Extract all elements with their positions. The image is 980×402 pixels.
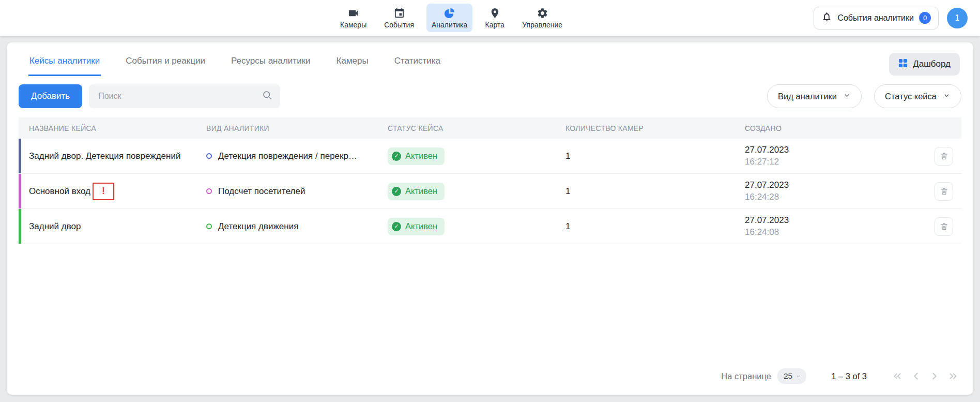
created-time: 16:24:28 [745,191,924,203]
chevron-down-icon [843,92,851,101]
events-button-label: События аналитики [837,13,914,23]
filter-label: Статус кейса [885,92,937,101]
status-badge: ✓ Активен [388,183,445,200]
search-icon [262,90,273,103]
status-label: Активен [405,221,437,231]
table-row[interactable]: Задний двор. Детекция повреждений Детекц… [19,139,961,174]
first-page-button[interactable] [890,368,905,384]
add-button[interactable]: Добавить [19,84,82,108]
analytics-type-filter[interactable]: Вид аналитики [767,84,862,108]
topbar: Камеры События Аналитика Карта Управлени… [0,0,980,36]
case-status-filter[interactable]: Статус кейса [874,84,961,108]
tab-analytics-cases[interactable]: Кейсы аналитики [28,53,101,76]
chevron-left-icon [910,370,922,382]
analytics-type-label: Детекция движения [218,221,298,232]
table-header: НАЗВАНИЕ КЕЙСА ВИД АНАЛИТИКИ СТАТУС КЕЙС… [19,117,961,139]
nav-label: Управление [522,21,562,29]
delete-button[interactable] [935,182,953,201]
nav-item-map[interactable]: Карта [480,4,510,32]
status-badge: ✓ Активен [388,218,445,235]
nav-item-management[interactable]: Управление [517,4,568,32]
status-badge: ✓ Активен [388,147,445,165]
check-icon: ✓ [392,152,401,161]
tabs: Кейсы аналитики События и реакции Ресурс… [28,53,465,76]
column-header-created: СОЗДАНО [745,124,924,132]
created-date: 27.07.2023 [745,180,924,191]
search-input[interactable] [97,91,262,101]
nav-label: События [384,21,414,29]
column-header-name: НАЗВАНИЕ КЕЙСА [29,124,206,132]
toolbar: Добавить Вид аналитики Статус кейса [7,76,973,117]
per-page-value: 25 [784,371,792,381]
tab-cameras[interactable]: Камеры [335,53,370,76]
delete-button[interactable] [935,217,953,236]
page-background: Кейсы аналитики События и реакции Ресурс… [0,36,980,402]
events-count-badge: 0 [919,12,931,24]
search-box[interactable] [89,84,280,108]
check-icon: ✓ [392,222,401,231]
pagination-buttons [890,368,961,384]
status-label: Активен [405,186,437,196]
created-time: 16:24:08 [745,227,924,239]
nav-item-events[interactable]: События [379,4,419,32]
nav-label: Камеры [340,21,366,29]
analytics-type-icon [206,224,212,229]
tab-events-reactions[interactable]: События и реакции [125,53,206,76]
status-label: Активен [405,151,437,161]
bell-icon [821,11,832,24]
case-name: Задний двор. Детекция повреждений [29,151,180,161]
case-color-bar [19,139,21,173]
calendar-icon [393,7,405,19]
dashboard-button-label: Дашборд [913,59,951,69]
trash-icon [940,187,948,196]
created-time: 16:27:12 [745,156,924,168]
created-date: 27.07.2023 [745,215,924,227]
check-icon: ✓ [392,187,401,196]
column-header-camera-count: КОЛИЧЕСТВО КАМЕР [565,124,745,132]
camera-count: 1 [565,186,570,196]
tab-statistics[interactable]: Статистика [393,53,441,76]
double-chevron-left-icon [892,370,903,382]
double-chevron-right-icon [947,370,959,382]
case-color-bar [19,209,21,244]
nav-item-cameras[interactable]: Камеры [335,4,372,32]
analytics-type-icon [206,153,212,159]
nav-item-analytics[interactable]: Аналитика [426,4,472,32]
gear-icon [536,7,548,19]
prev-page-button[interactable] [908,368,924,384]
analytics-type-label: Детекция повреждения / перекр… [218,151,357,161]
per-page-label: На странице [721,371,771,381]
main-nav: Камеры События Аналитика Карта Управлени… [335,0,568,36]
dashboard-button[interactable]: Дашборд [889,53,960,76]
chevron-down-icon [943,92,951,101]
cases-table: НАЗВАНИЕ КЕЙСА ВИД АНАЛИТИКИ СТАТУС КЕЙС… [19,117,961,244]
case-color-bar [19,174,21,209]
case-name: Основной вход [29,186,90,197]
per-page-select[interactable]: 25 [777,368,806,384]
chevron-down-icon [795,374,801,379]
grid-icon [898,58,908,70]
table-row[interactable]: Основной вход ! Подсчет посетителей ✓ Ак… [19,174,961,209]
camera-count: 1 [565,221,570,231]
user-avatar[interactable]: 1 [947,8,968,28]
last-page-button[interactable] [945,368,961,384]
content-spacer [7,244,973,366]
video-camera-icon [347,7,360,19]
analytics-events-button[interactable]: События аналитики 0 [814,7,939,29]
trash-icon [940,152,948,160]
camera-count: 1 [565,151,570,161]
created-date: 27.07.2023 [745,144,924,156]
filter-label: Вид аналитики [778,92,837,101]
table-row[interactable]: Задний двор Детекция движения ✓ Активен … [19,209,961,244]
warning-icon: ! [102,186,105,197]
warning-annotation: ! [93,183,114,200]
table-body: Задний двор. Детекция повреждений Детекц… [19,139,961,244]
next-page-button[interactable] [927,368,942,384]
tab-analytics-resources[interactable]: Ресурсы аналитики [230,53,312,76]
nav-label: Карта [485,21,504,29]
tabs-row: Кейсы аналитики События и реакции Ресурс… [7,42,973,76]
pagination: На странице 25 1 – 3 of 3 [7,366,973,395]
delete-button[interactable] [935,147,953,166]
analytics-type-label: Подсчет посетителей [218,186,305,197]
chevron-right-icon [929,370,940,382]
